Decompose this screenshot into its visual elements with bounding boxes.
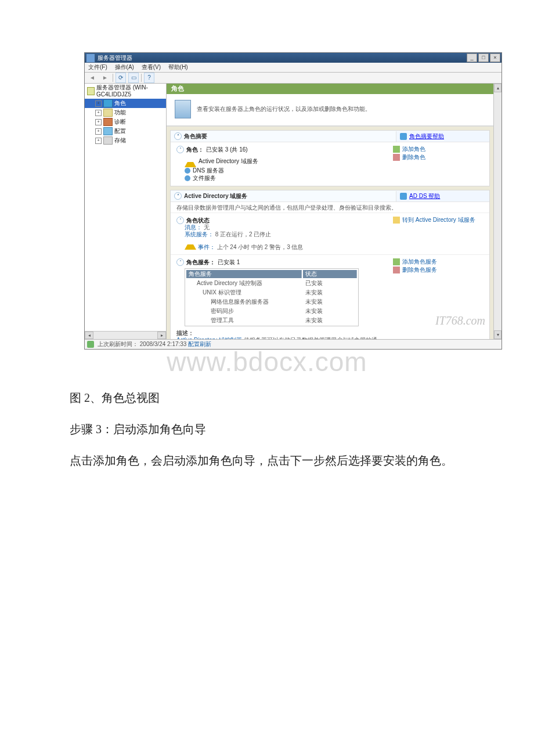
role-services-title: 角色服务：: [186, 259, 215, 266]
tree-item-features[interactable]: + 功能: [85, 108, 166, 117]
section-title: Active Directory 域服务: [184, 193, 247, 200]
scroll-left-icon[interactable]: ◂: [85, 332, 93, 339]
menubar: 文件(F) 操作(A) 查看(V) 帮助(H): [85, 63, 501, 73]
page-watermark: www.bdocx.com: [0, 346, 534, 377]
msg-label: 消息：: [185, 224, 202, 231]
section-role-summary: ˄ 角色摘要 角色摘要帮助: [170, 130, 490, 186]
content-pane: 角色 查看安装在服务器上角色的运行状况，以及添加或删除角色和功能。: [167, 84, 493, 339]
step-title: 步骤 3：启动添加角色向导: [70, 418, 464, 440]
content-heading: 角色: [167, 84, 493, 94]
remove-role-svc-link[interactable]: 删除角色服务: [393, 267, 486, 273]
collapse-icon[interactable]: ˄: [174, 192, 182, 200]
menu-action[interactable]: 操作(A): [115, 64, 134, 70]
scroll-down-icon[interactable]: ▾: [494, 330, 501, 339]
collapse-icon[interactable]: ˄: [176, 146, 184, 153]
scroll-track[interactable]: [93, 332, 157, 339]
expand-icon[interactable]: +: [95, 110, 102, 116]
link-label: 角色摘要帮助: [409, 133, 444, 140]
titlebar: 服务器管理器 _ □ ×: [85, 53, 501, 63]
toolbar-separator: [113, 74, 113, 82]
app-icon: [86, 53, 95, 63]
warn-icon: [185, 156, 196, 167]
tree-root[interactable]: 服务器管理器 (WIN-GC4LIDDJZ5: [85, 84, 166, 99]
col-name: 角色服务: [186, 270, 302, 278]
window-title: 服务器管理器: [98, 55, 466, 62]
goto-icon: [393, 217, 400, 224]
nav-tree: 服务器管理器 (WIN-GC4LIDDJZ5 + 角色 + 功能 +: [85, 84, 167, 339]
nav-back-button[interactable]: ◄: [87, 73, 98, 83]
installed-roles-list: Active Directory 域服务 DNS 服务器 文件服务: [185, 156, 384, 182]
table-row[interactable]: 网络信息服务的服务器未安装: [186, 298, 357, 306]
watermark: IT768.com: [435, 314, 485, 327]
evt-label: 事件：: [198, 244, 215, 250]
tree-item-storage[interactable]: + 存储: [85, 136, 166, 145]
info-icon: [185, 175, 190, 181]
expand-icon[interactable]: +: [95, 138, 102, 144]
article-body: 图 2、角色总视图 步骤 3：启动添加角色向导 点击添加角色，会启动添加角色向导…: [0, 387, 534, 471]
remove-icon: [393, 267, 400, 273]
tree-item-roles[interactable]: + 角色: [85, 99, 166, 108]
list-item[interactable]: 文件服务: [185, 175, 384, 182]
tree-root-label: 服务器管理器 (WIN-GC4LIDDJZ5: [96, 84, 164, 98]
content-vscroll[interactable]: ▴ ▾: [493, 84, 501, 339]
add-role-link[interactable]: 添加角色: [393, 146, 486, 153]
scroll-up-icon[interactable]: ▴: [494, 84, 501, 92]
role-services-table: 角色服务 状态 Active Directory 域控制器已安装 UNIX 标识…: [185, 268, 359, 326]
desc-link[interactable]: Active Directory 域控制器: [176, 337, 242, 339]
remove-role-link[interactable]: 删除角色: [393, 154, 486, 161]
remove-icon: [393, 154, 400, 161]
warn-icon: [185, 239, 196, 250]
server-icon: [87, 87, 95, 95]
roles-big-icon: [175, 100, 191, 118]
collapse-icon[interactable]: ˄: [176, 258, 184, 266]
properties-button[interactable]: ▭: [128, 73, 139, 83]
maximize-button[interactable]: □: [478, 53, 489, 62]
add-icon: [393, 258, 400, 265]
expand-icon[interactable]: +: [95, 119, 102, 125]
link-label: AD DS 帮助: [409, 193, 440, 200]
roles-help-link[interactable]: 角色摘要帮助: [400, 133, 486, 140]
table-row[interactable]: Active Directory 域控制器已安装: [186, 279, 357, 287]
tree-hscroll[interactable]: ◂ ▸: [85, 331, 166, 339]
adds-help-link[interactable]: AD DS 帮助: [400, 193, 486, 200]
tree-item-config[interactable]: + 配置: [85, 127, 166, 136]
tree-label: 诊断: [114, 118, 126, 125]
tree-item-diagnostics[interactable]: + 诊断: [85, 117, 166, 127]
svc-value: 8 正在运行，2 已停止: [215, 231, 272, 237]
roles-icon: [103, 99, 113, 107]
collapse-icon[interactable]: ˄: [176, 217, 184, 224]
help-icon: [400, 193, 407, 200]
role-state-title: 角色状态: [186, 217, 210, 224]
nav-fwd-button[interactable]: ►: [100, 73, 110, 83]
storage-icon: [103, 136, 113, 145]
menu-help[interactable]: 帮助(H): [168, 64, 188, 70]
expand-icon[interactable]: +: [95, 128, 102, 135]
close-button[interactable]: ×: [490, 53, 500, 62]
list-item[interactable]: Active Directory 域服务: [185, 156, 384, 167]
minimize-button[interactable]: _: [467, 53, 477, 62]
desc-label: 描述：: [176, 330, 194, 336]
table-row[interactable]: UNIX 标识管理未安装: [186, 289, 357, 297]
menu-view[interactable]: 查看(V): [142, 64, 161, 70]
expand-icon[interactable]: +: [95, 100, 102, 107]
roles-count-label: 角色：: [186, 146, 204, 153]
scroll-track[interactable]: [494, 92, 501, 330]
tree-label: 功能: [114, 109, 126, 116]
goto-adds-link[interactable]: 转到 Active Directory 域服务: [393, 217, 486, 224]
roles-count-value: 已安装 3 (共 16): [206, 146, 248, 153]
col-status: 状态: [303, 270, 357, 278]
refresh-icon: [87, 341, 94, 348]
table-row[interactable]: 密码同步未安装: [186, 307, 357, 315]
help-button[interactable]: ?: [144, 73, 154, 83]
add-role-svc-link[interactable]: 添加角色服务: [393, 258, 486, 265]
refresh-button[interactable]: ⟳: [116, 73, 126, 83]
figure-caption: 图 2、角色总视图: [70, 387, 464, 409]
info-icon: [185, 168, 190, 174]
intro-row: 查看安装在服务器上角色的运行状况，以及添加或删除角色和功能。: [167, 94, 493, 127]
scroll-right-icon[interactable]: ▸: [157, 332, 166, 339]
config-icon: [103, 127, 113, 135]
table-row[interactable]: 管理工具未安装: [186, 316, 357, 325]
list-item[interactable]: DNS 服务器: [185, 167, 384, 174]
menu-file[interactable]: 文件(F): [88, 64, 107, 70]
collapse-icon[interactable]: ˄: [174, 132, 182, 140]
